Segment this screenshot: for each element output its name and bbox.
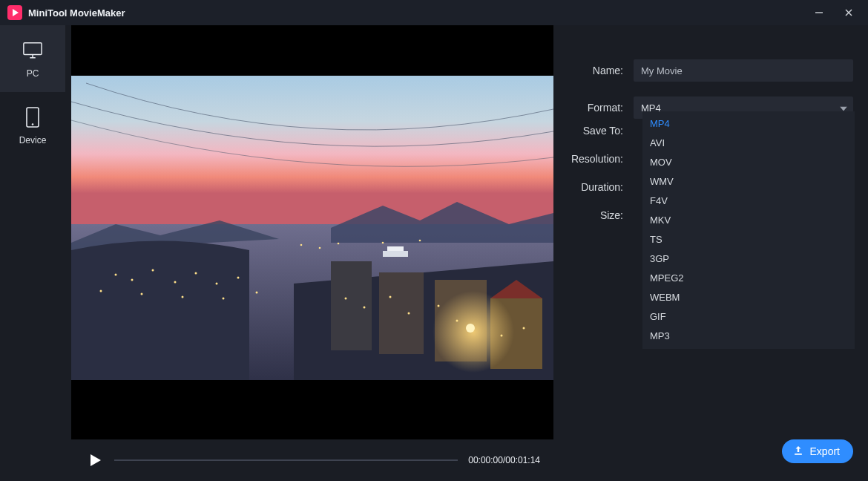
- svg-marker-46: [91, 454, 101, 466]
- minimize-button[interactable]: [804, 2, 834, 23]
- monitor-icon: [22, 40, 43, 61]
- svg-point-38: [523, 327, 525, 330]
- svg-point-19: [115, 274, 117, 276]
- upload-icon: [792, 445, 804, 459]
- format-option-avi[interactable]: AVI: [642, 134, 855, 153]
- svg-point-37: [501, 335, 503, 337]
- svg-point-21: [152, 269, 154, 272]
- svg-point-30: [256, 292, 258, 294]
- format-option-gif[interactable]: GIF: [642, 307, 855, 327]
- svg-point-34: [408, 313, 410, 315]
- timecode: 00:00:00/00:01:14: [468, 455, 540, 465]
- svg-point-27: [141, 293, 143, 295]
- resolution-label: Resolution:: [555, 153, 634, 165]
- preview-area: 00:00:00/00:01:14: [65, 25, 555, 481]
- tab-label: Device: [19, 135, 47, 145]
- svg-rect-44: [383, 251, 408, 257]
- svg-point-20: [131, 279, 134, 281]
- close-button[interactable]: [834, 2, 864, 23]
- svg-rect-45: [387, 246, 404, 251]
- export-button-label: Export: [810, 445, 840, 457]
- svg-point-29: [223, 298, 225, 300]
- tab-pc[interactable]: PC: [0, 25, 65, 92]
- app-logo-icon: [7, 5, 22, 20]
- format-option-mov[interactable]: MOV: [642, 153, 855, 172]
- format-option-f4v[interactable]: F4V: [642, 192, 855, 211]
- size-label: Size:: [555, 209, 634, 221]
- svg-point-9: [32, 123, 34, 125]
- svg-point-41: [338, 243, 340, 245]
- name-input[interactable]: [634, 59, 853, 82]
- export-target-tabs: PC Device: [0, 25, 65, 481]
- svg-point-31: [345, 298, 347, 300]
- format-option-webm[interactable]: WEBM: [642, 288, 855, 307]
- svg-marker-47: [840, 107, 847, 111]
- svg-point-39: [300, 244, 303, 246]
- svg-rect-12: [331, 261, 372, 350]
- format-option-mp3[interactable]: MP3: [642, 327, 855, 346]
- svg-point-23: [195, 272, 197, 275]
- svg-rect-13: [379, 272, 424, 354]
- svg-rect-48: [795, 454, 802, 455]
- play-button[interactable]: [86, 451, 104, 469]
- video-frame: [71, 76, 553, 380]
- format-option-ts[interactable]: TS: [642, 230, 855, 249]
- svg-point-26: [100, 290, 102, 292]
- export-button[interactable]: Export: [782, 439, 853, 463]
- svg-point-18: [466, 324, 475, 333]
- svg-point-32: [364, 307, 366, 309]
- duration-label: Duration:: [555, 181, 634, 193]
- format-label: Format:: [555, 102, 634, 114]
- saveto-label: Save To:: [555, 125, 634, 137]
- tab-device[interactable]: Device: [0, 92, 65, 159]
- format-option-mpeg2[interactable]: MPEG2: [642, 269, 855, 288]
- svg-point-36: [456, 320, 458, 322]
- svg-point-40: [319, 247, 321, 249]
- player-controls: 00:00:00/00:01:14: [71, 439, 555, 481]
- title-bar: MiniTool MovieMaker: [0, 0, 868, 25]
- format-option-3gp[interactable]: 3GP: [642, 249, 855, 269]
- video-player: [71, 25, 553, 439]
- svg-point-17: [433, 291, 514, 373]
- svg-point-42: [382, 242, 384, 244]
- svg-point-35: [438, 305, 440, 307]
- svg-point-22: [174, 281, 177, 284]
- format-option-wmv[interactable]: WMV: [642, 172, 855, 192]
- svg-point-43: [419, 240, 421, 242]
- tab-label: PC: [27, 68, 39, 79]
- svg-point-33: [389, 296, 392, 298]
- format-dropdown: MP4 AVI MOV WMV F4V MKV TS 3GP MPEG2 WEB…: [642, 111, 855, 349]
- device-icon: [22, 107, 43, 128]
- name-label: Name:: [555, 65, 634, 76]
- svg-point-25: [237, 277, 240, 279]
- svg-point-24: [216, 283, 218, 285]
- format-option-mkv[interactable]: MKV: [642, 211, 855, 230]
- app-title: MiniTool MovieMaker: [28, 7, 125, 19]
- seek-bar[interactable]: [114, 459, 458, 461]
- svg-point-28: [182, 296, 184, 298]
- svg-rect-5: [24, 43, 42, 55]
- format-option-mp4[interactable]: MP4: [642, 114, 855, 134]
